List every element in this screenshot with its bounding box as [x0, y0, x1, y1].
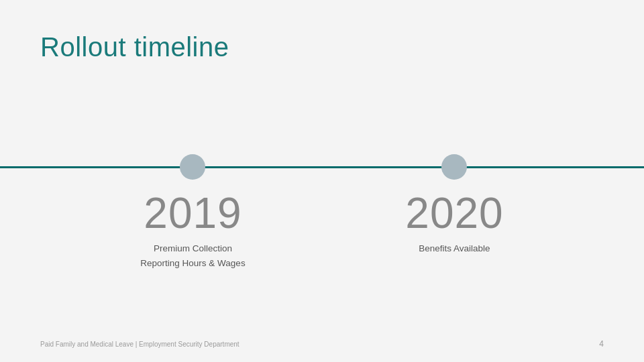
label-benefits-available: Benefits Available — [419, 241, 490, 256]
timeline-circle-2020 — [441, 154, 467, 180]
footer-text: Paid Family and Medical Leave | Employme… — [40, 341, 239, 348]
page-title: Rollout timeline — [40, 32, 229, 62]
labels-2020: Benefits Available — [419, 241, 490, 256]
labels-2019: Premium Collection Reporting Hours & Wag… — [140, 241, 245, 270]
timeline-point-2020: 2020 Benefits Available — [405, 154, 503, 256]
timeline: 2019 Premium Collection Reporting Hours … — [0, 154, 644, 270]
timeline-point-2019: 2019 Premium Collection Reporting Hours … — [140, 154, 245, 270]
timeline-points: 2019 Premium Collection Reporting Hours … — [60, 154, 584, 270]
footer-page-number: 4 — [599, 339, 604, 349]
year-2020: 2020 — [405, 192, 503, 235]
timeline-circle-2019 — [180, 154, 205, 180]
slide: Rollout timeline 2019 Premium Collection… — [0, 0, 644, 362]
year-2019: 2019 — [144, 192, 241, 235]
label-reporting-hours: Reporting Hours & Wages — [140, 256, 245, 271]
footer: Paid Family and Medical Leave | Employme… — [40, 339, 604, 349]
label-premium-collection: Premium Collection — [140, 241, 245, 256]
